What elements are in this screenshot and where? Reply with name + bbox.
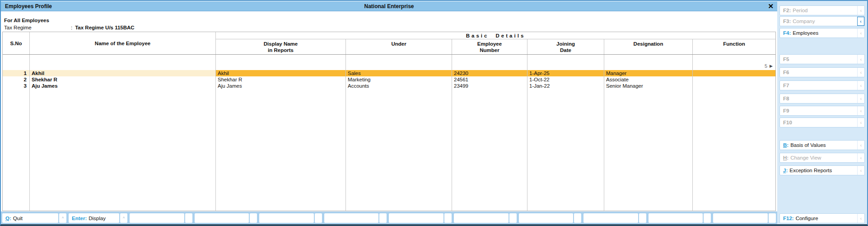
cell-function: [693, 70, 775, 76]
bottom-bar-segment: [583, 213, 638, 223]
bottom-bar-segment: [259, 213, 314, 223]
cell-sno: 1: [3, 70, 30, 76]
sidebar-button-f7[interactable]: F7 ‹: [779, 80, 865, 90]
cell-employee-number: 23499: [452, 83, 527, 89]
cell-employee-name: Aju James: [30, 83, 216, 89]
chevron-left-icon[interactable]: ‹: [857, 94, 864, 103]
bottom-bar-segment: [649, 213, 703, 223]
quit-caret-icon[interactable]: ^: [59, 213, 66, 223]
bottom-bar-segment: [324, 213, 379, 223]
basic-details-group: Basic Details Display Name in Reports Un…: [216, 32, 775, 54]
column-header-under: Under: [346, 39, 452, 54]
chevron-left-icon[interactable]: ‹: [857, 81, 864, 90]
table-row[interactable]: 2 Shekhar R Shekhar R Marketing 24561 1-…: [3, 76, 775, 83]
bottom-bar-segment: [195, 213, 249, 223]
chevron-left-icon[interactable]: ‹: [857, 153, 864, 162]
cell-employee-number: 24561: [452, 76, 527, 83]
cell-display-name: Akhil: [216, 70, 346, 76]
table-empty-area: [3, 89, 775, 211]
sidebar-button-f5[interactable]: F5 ‹: [779, 54, 865, 64]
cell-function: [693, 83, 775, 89]
bottom-bar-segment: [713, 213, 768, 223]
column-header-function: Function: [693, 39, 775, 54]
quit-button[interactable]: Q:Quit: [2, 213, 58, 223]
sidebar-button-f8[interactable]: F8 ‹: [779, 94, 865, 104]
quit-label: Quit: [13, 216, 23, 221]
sidebar-button-f4-employees[interactable]: F4:Employees ‹: [779, 28, 865, 38]
column-header-employee-number: Employee Number: [452, 39, 527, 54]
cell-sno: 2: [3, 76, 30, 83]
cell-employee-name: Akhil: [30, 70, 216, 76]
chevron-left-icon[interactable]: ‹: [857, 6, 864, 15]
chevron-left-icon[interactable]: ‹: [857, 166, 864, 175]
cell-under: Accounts: [346, 83, 452, 89]
sidebar-button-f3-company[interactable]: F3:Company ‹: [779, 16, 865, 26]
sidebar-button-f6[interactable]: F6 ‹: [779, 67, 865, 77]
table-row[interactable]: 3 Aju James Aju James Accounts 23499 1-J…: [3, 83, 775, 89]
cell-designation: Manager: [604, 70, 693, 76]
cell-employee-number: 24230: [452, 70, 527, 76]
display-button[interactable]: Enter:Display: [69, 213, 119, 223]
cell-function: [693, 76, 775, 83]
tax-regime-line: Tax Regime:Tax Regime U/s 115BAC: [4, 24, 135, 31]
table-header: S.No Name of the Employee Basic Details …: [3, 32, 775, 55]
sidebar: F2:Period ‹ F3:Company ‹ F4:Employees ‹ …: [777, 1, 867, 224]
cell-display-name: Shekhar R: [216, 76, 346, 83]
report-subheader: For All Employees Tax Regime:Tax Regime …: [4, 17, 135, 31]
cell-sno: 3: [3, 83, 30, 89]
sidebar-button-f10[interactable]: F10 ‹: [779, 118, 865, 127]
display-label: Display: [89, 216, 106, 221]
column-header-sno: S.No: [3, 32, 30, 54]
chevron-left-icon[interactable]: ‹: [857, 214, 864, 223]
sidebar-button-basis-of-values[interactable]: B:Basis of Values ‹: [779, 140, 865, 150]
chevron-left-icon[interactable]: ‹: [857, 141, 864, 150]
chevron-left-icon[interactable]: ‹: [857, 17, 864, 26]
chevron-left-icon[interactable]: ‹: [857, 68, 864, 77]
cell-under: Sales: [346, 70, 452, 76]
cell-designation: Senior Manager: [604, 83, 693, 89]
company-name: National Enterprise: [1, 3, 777, 9]
table-row[interactable]: 1 Akhil Akhil Sales 24230 1-Apr-25 Manag…: [3, 70, 775, 76]
cell-designation: Associate: [604, 76, 693, 83]
column-header-display-name: Display Name in Reports: [216, 39, 346, 54]
more-columns-arrow-icon: ▶: [770, 64, 773, 68]
chevron-left-icon[interactable]: ‹: [857, 106, 864, 115]
bottom-bar-segment: [389, 213, 443, 223]
group-header-basic-details: Basic Details: [216, 32, 775, 39]
sidebar-button-f12-configure[interactable]: F12:Configure ‹: [779, 213, 865, 223]
main-content: Employees Profile National Enterprise ✕ …: [1, 1, 777, 224]
sidebar-button-exception-reports[interactable]: J:Exception Reports ‹: [779, 165, 865, 175]
display-key: Enter: [72, 216, 85, 221]
tax-regime-value: Tax Regime U/s 115BAC: [75, 25, 134, 30]
tax-regime-colon: :: [71, 24, 72, 31]
sidebar-button-f9[interactable]: F9 ‹: [779, 106, 865, 116]
report-scope: For All Employees: [4, 17, 135, 24]
table-separator-row: 5 ▶: [3, 55, 775, 70]
column-header-designation: Designation: [604, 39, 693, 54]
title-bar: Employees Profile National Enterprise ✕: [1, 1, 777, 11]
cell-under: Marketing: [346, 76, 452, 83]
group-column-headers: Display Name in Reports Under Employee N…: [216, 39, 775, 54]
chevron-left-icon[interactable]: ‹: [857, 55, 864, 64]
cell-display-name: Aju James: [216, 83, 346, 89]
bottom-bar-segment: [519, 213, 574, 223]
sidebar-button-f2-period[interactable]: F2:Period ‹: [779, 5, 865, 15]
more-columns-indicator: 5 ▶: [765, 63, 773, 69]
chevron-left-icon[interactable]: ‹: [857, 118, 864, 127]
sidebar-button-change-view[interactable]: H:Change View ‹: [779, 153, 865, 163]
cell-joining-date: 1-Jan-22: [527, 83, 604, 89]
display-caret-icon[interactable]: ^: [120, 213, 127, 223]
cell-employee-name: Shekhar R: [30, 76, 216, 83]
bottom-bar: Q:Quit ^ Enter:Display ^: [1, 212, 777, 224]
report-title: Employees Profile: [5, 3, 52, 9]
bottom-bar-segment: [454, 213, 509, 223]
tally-window: Employees Profile National Enterprise ✕ …: [0, 0, 868, 226]
tax-regime-label: Tax Regime: [4, 24, 71, 31]
column-header-joining-date: Joining Date: [527, 39, 604, 54]
cell-joining-date: 1-Oct-22: [527, 76, 604, 83]
quit-key: Q: [5, 216, 9, 221]
chevron-left-icon[interactable]: ‹: [857, 28, 864, 38]
column-header-name: Name of the Employee: [30, 32, 216, 54]
employees-table: S.No Name of the Employee Basic Details …: [2, 32, 776, 211]
close-icon[interactable]: ✕: [768, 2, 774, 11]
